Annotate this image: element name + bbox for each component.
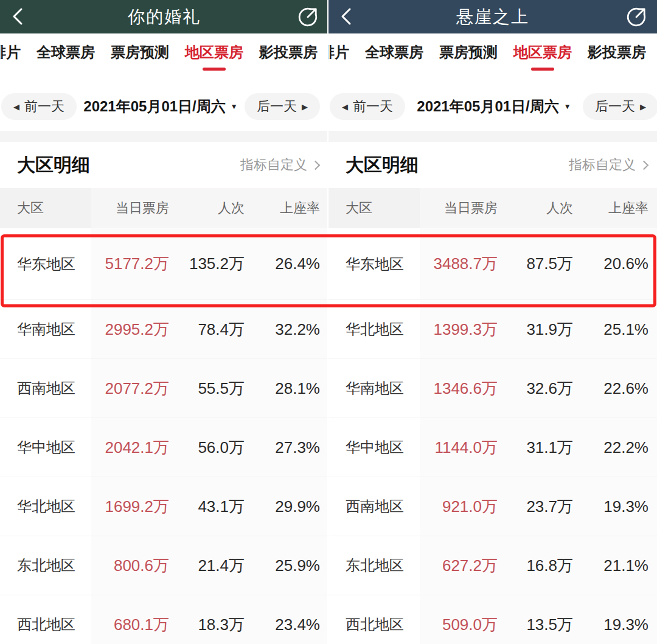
tab-global-box[interactable]: 全球票房 [36,45,95,71]
date-label: 2021年05月01日/周六 [83,97,225,116]
triangle-left-icon: ◀ [342,103,348,111]
table-row: 华南地区 2995.2万 78.4万 32.2% [0,299,328,359]
triangle-right-icon: ▶ [640,103,646,111]
admissions-cell: 56.0万 [169,437,245,458]
occupancy-cell: 19.3% [573,497,648,516]
daily-box-cell: 627.2万 [420,555,498,576]
admissions-cell: 135.2万 [169,253,245,275]
chevron-right-icon [311,160,321,170]
share-icon[interactable] [297,6,319,28]
movie-panel-left: 你的婚礼 排片全球票房票房预测地区票房影投票房 ◀ 前一天 2021年05月01… [0,0,328,644]
occupancy-cell: 21.1% [573,556,648,575]
region-detail-card: 大区明细 指标自定义 大区 当日票房 人次 上座率 华东地区 5177.2万 1… [0,142,328,644]
movie-panel-right: 悬崖之上 排片全球票房票房预测地区票房影投票房 ◀ 前一天 2021年05月01… [328,0,657,644]
tab-bar: 排片全球票房票房预测地区票房影投票房 [0,33,328,82]
triangle-down-icon: ▼ [231,103,238,110]
customize-label: 指标自定义 [569,156,636,174]
table-row: 华南地区 1346.6万 32.6万 22.6% [328,359,657,418]
admissions-cell: 55.5万 [169,378,245,399]
customize-metrics-link[interactable]: 指标自定义 [240,156,319,174]
date-selector[interactable]: 2021年05月01日/周六 ▼ [417,97,571,116]
daily-box-cell: 2042.1万 [91,437,169,458]
table-header: 大区 当日票房 人次 上座率 [328,188,657,228]
triangle-left-icon: ◀ [13,103,19,111]
prev-day-button[interactable]: ◀ 前一天 [1,93,77,120]
occupancy-cell: 22.2% [573,438,648,457]
table-header: 大区 当日票房 人次 上座率 [0,188,328,228]
next-day-label: 后一天 [595,100,635,113]
tab-forecast[interactable]: 票房预测 [439,45,498,71]
region-table: 华东地区 3488.7万 87.5万 20.6% 华北地区 1399.3万 31… [328,228,657,644]
column-header-daily-box: 当日票房 [420,199,498,217]
daily-box-cell: 3488.7万 [420,253,498,275]
date-selector[interactable]: 2021年05月01日/周六 ▼ [83,97,237,116]
tab-forecast[interactable]: 票房预测 [111,45,169,71]
customize-label: 指标自定义 [240,156,307,174]
occupancy-cell: 22.6% [573,379,648,398]
tab-scheduling[interactable]: 排片 [328,45,349,71]
tab-region-box[interactable]: 地区票房 [513,45,572,71]
region-cell: 华东地区 [328,254,420,274]
date-nav: ◀ 前一天 2021年05月01日/周六 ▼ 后一天 ▶ [328,82,657,131]
table-row: 华中地区 2042.1万 56.0万 27.3% [0,418,328,477]
daily-box-cell: 1399.3万 [420,319,498,340]
prev-day-button[interactable]: ◀ 前一天 [330,93,405,120]
column-header-region: 大区 [328,188,420,228]
next-day-label: 后一天 [257,100,297,113]
occupancy-cell: 19.3% [573,615,648,634]
table-row: 西南地区 2077.2万 55.5万 28.1% [0,359,328,418]
admissions-cell: 16.8万 [498,555,573,576]
table-row: 华中地区 1144.0万 31.1万 22.2% [328,418,657,477]
tab-region-box[interactable]: 地区票房 [185,45,243,71]
panel-divider [327,0,328,644]
admissions-cell: 18.3万 [169,614,245,635]
tab-scheduling[interactable]: 排片 [0,45,21,71]
section-divider [0,131,328,142]
daily-box-cell: 1346.6万 [420,378,498,399]
back-icon[interactable] [9,6,29,27]
region-cell: 华北地区 [328,320,420,339]
tab-bar: 排片全球票房票房预测地区票房影投票房 [328,33,657,82]
column-header-occupancy: 上座率 [245,199,320,217]
section-divider [328,131,657,142]
daily-box-cell: 5177.2万 [91,253,169,275]
region-cell: 华南地区 [0,320,91,339]
region-cell: 东北地区 [0,556,91,575]
app-bar: 悬崖之上 [328,0,657,33]
region-cell: 华北地区 [0,497,91,516]
region-table: 华东地区 5177.2万 135.2万 26.4% 华南地区 2995.2万 7… [0,228,328,644]
admissions-cell: 31.1万 [498,437,573,458]
tab-cinema-investor-box[interactable]: 影投票房 [259,45,318,71]
daily-box-cell: 1144.0万 [420,437,498,458]
next-day-button[interactable]: 后一天 ▶ [245,93,320,120]
date-label: 2021年05月01日/周六 [417,97,558,116]
admissions-cell: 87.5万 [498,253,573,275]
daily-box-cell: 1699.2万 [91,496,169,517]
share-icon[interactable] [625,6,647,28]
back-icon[interactable] [337,6,358,27]
occupancy-cell: 26.4% [245,254,320,273]
split-view: 你的婚礼 排片全球票房票房预测地区票房影投票房 ◀ 前一天 2021年05月01… [0,0,657,644]
next-day-button[interactable]: 后一天 ▶ [583,93,657,120]
table-row: 东北地区 627.2万 16.8万 21.1% [328,536,657,595]
tab-cinema-investor-box[interactable]: 影投票房 [588,45,646,71]
region-detail-card: 大区明细 指标自定义 大区 当日票房 人次 上座率 华东地区 3488.7万 8… [328,142,657,644]
column-header-admissions: 人次 [169,199,245,217]
daily-box-cell: 800.6万 [91,555,169,576]
region-cell: 西南地区 [0,379,91,398]
table-row: 西北地区 509.0万 13.5万 19.3% [328,595,657,644]
occupancy-cell: 28.1% [245,379,320,398]
prev-day-label: 前一天 [24,100,64,113]
admissions-cell: 21.4万 [169,555,245,576]
daily-box-cell: 2077.2万 [91,378,169,399]
chevron-right-icon [639,160,649,170]
occupancy-cell: 29.9% [245,497,320,516]
triangle-right-icon: ▶ [302,103,308,111]
occupancy-cell: 25.9% [245,556,320,575]
prev-day-label: 前一天 [353,100,393,113]
tab-global-box[interactable]: 全球票房 [365,45,423,71]
admissions-cell: 31.9万 [498,319,573,340]
region-cell: 西南地区 [328,497,420,516]
customize-metrics-link[interactable]: 指标自定义 [569,156,647,174]
triangle-down-icon: ▼ [564,103,571,110]
